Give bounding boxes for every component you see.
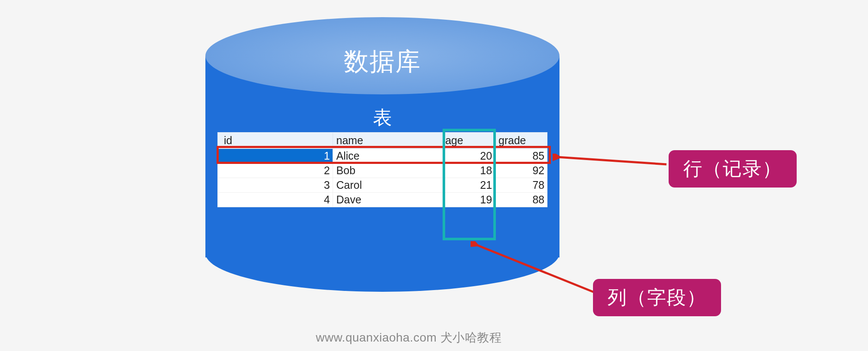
cell-grade: 78 <box>495 178 547 193</box>
table-row: 2 Bob 18 92 <box>218 163 547 178</box>
header-id: id <box>218 133 333 149</box>
cell-id: 1 <box>218 149 333 163</box>
cell-grade: 85 <box>495 149 547 163</box>
row-label-badge: 行（记录） <box>669 150 797 188</box>
table-row: 1 Alice 20 85 <box>218 149 547 163</box>
watermark-text: www.quanxiaoha.com 犬小哈教程 <box>316 330 501 346</box>
header-age: age <box>442 133 495 149</box>
header-name: name <box>333 133 442 149</box>
column-label-badge: 列（字段） <box>593 279 721 316</box>
cell-id: 3 <box>218 178 333 193</box>
cell-grade: 88 <box>495 193 547 207</box>
header-grade: grade <box>495 133 547 149</box>
table-row: 4 Dave 19 88 <box>218 193 547 207</box>
svg-line-0 <box>558 157 666 164</box>
cell-age: 20 <box>442 149 495 163</box>
cell-name: Bob <box>333 163 442 178</box>
cell-age: 19 <box>442 193 495 207</box>
cell-age: 21 <box>442 178 495 193</box>
cell-name: Alice <box>333 149 442 163</box>
table-title: 表 <box>205 105 559 130</box>
cell-name: Carol <box>333 178 442 193</box>
cell-id: 2 <box>218 163 333 178</box>
cell-id: 4 <box>218 193 333 207</box>
data-table: id name age grade 1 Alice 20 85 2 Bob 18… <box>217 132 547 207</box>
cell-name: Dave <box>333 193 442 207</box>
table-row: 3 Carol 21 78 <box>218 178 547 193</box>
database-title: 数据库 <box>205 45 559 79</box>
cell-grade: 92 <box>495 163 547 178</box>
table-header-row: id name age grade <box>218 133 547 149</box>
arrow-row-icon <box>553 154 669 175</box>
cell-age: 18 <box>442 163 495 178</box>
database-cylinder: 数据库 表 id name age grade 1 Alice 20 85 2 … <box>205 17 559 292</box>
